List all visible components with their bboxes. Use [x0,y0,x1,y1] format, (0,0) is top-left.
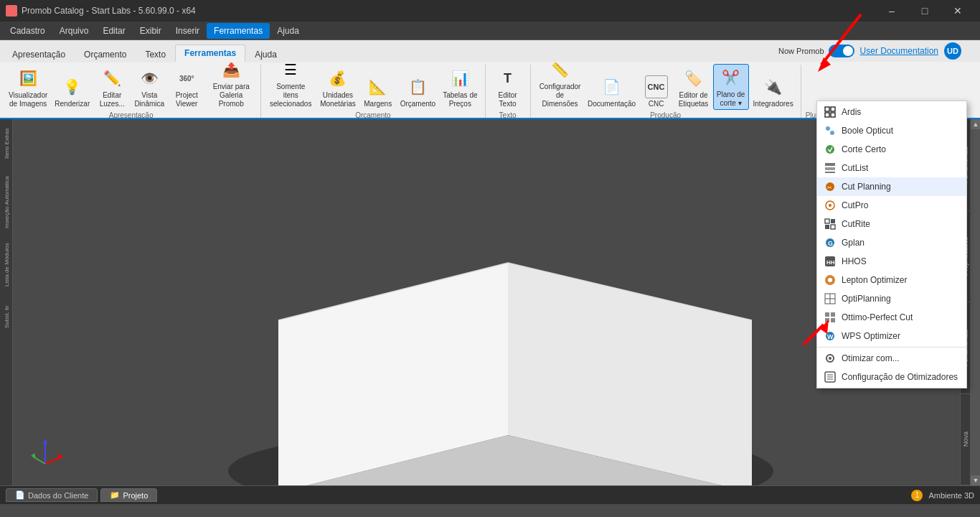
ud-badge[interactable]: UD [944,42,961,60]
svg-marker-9 [43,439,47,444]
tab-projeto[interactable]: 📁 Projeto [100,488,157,502]
btn-enviar-galeria[interactable]: 📤 Enviar paraGaleria Promob [206,62,256,110]
configurador-dimensoes-label: Configurador deDimensões [538,83,583,108]
dd-optiplanning[interactable]: OptiPlanning [817,289,966,308]
scroll-down-btn[interactable]: ▼ [971,475,980,485]
btn-cnc[interactable]: CNC CNC [639,74,674,110]
wps-optimizer-icon: W [824,330,836,342]
tab-texto[interactable]: Texto [136,46,175,62]
warning-badge[interactable]: 1 [911,490,923,501]
btn-configurador-dimensoes[interactable]: 📏 Configurador deDimensões [535,62,585,110]
dropdown-menu: Ardis Boole Opticut Corte Certo CutList … [816,101,967,388]
scroll-track[interactable] [971,129,980,475]
menu-cadastro[interactable]: Cadastro [3,23,52,39]
renderizar-label: Renderizar [55,100,90,108]
svg-point-48 [829,357,831,360]
btn-editor-texto[interactable]: T EditorTexto [490,65,526,110]
menu-inserir[interactable]: Inserir [169,23,207,39]
dd-otimizar-com[interactable]: Otimizar com... [817,349,966,368]
btn-tabelas-precos[interactable]: 📊 Tabelas dePreços [440,65,480,110]
tabelas-precos-icon: 📊 [448,67,471,90]
tab-ferramentas[interactable]: Ferramentas [175,45,245,62]
btn-orcamento[interactable]: 📋 Orçamento [397,74,438,110]
lt-btn-itens-extras[interactable]: Itens Extras [1,122,12,165]
btn-somente-itens[interactable]: ☰ Somente itensselecionados [265,62,316,110]
cutpro-icon [824,200,836,211]
otimizar-com-icon [824,353,836,364]
dd-ardis[interactable]: Ardis [817,103,966,121]
dropdown-divider [817,347,966,348]
svg-text:W: W [827,333,834,340]
menu-arquivo[interactable]: Arquivo [52,23,96,39]
grupo-orcamento-label: Orçamento [355,111,390,118]
svg-text:✂: ✂ [827,185,832,191]
dd-cutpro[interactable]: CutPro [817,196,966,215]
cnc-label: CNC [649,100,664,108]
svg-rect-41 [825,312,829,317]
scroll-up-btn[interactable]: ▲ [971,119,980,129]
dd-hhos[interactable]: HH HHOS [817,252,966,271]
svg-rect-22 [825,167,835,170]
menu-editar[interactable]: Editar [95,23,132,39]
btn-editar-luzes[interactable]: ✏️ EditarLuzes... [94,65,130,110]
tab-orcamento[interactable]: Orçamento [75,46,136,62]
statusbar-right: 1 Ambiente 3D [911,490,974,501]
btn-integradores[interactable]: 🔌 Integradores [750,74,796,110]
corte-certo-label: Corte Certo [842,144,886,154]
btn-margens[interactable]: 📐 Margens [360,74,396,110]
tab-ajuda[interactable]: Ajuda [245,46,286,62]
btn-documentacao[interactable]: 📄 Documentação [587,74,637,110]
lt-btn-lista-modulos[interactable]: Lista de Módulos [1,240,12,290]
integradores-label: Integradores [753,100,793,108]
dd-boole-opticut[interactable]: Boole Opticut [817,121,966,140]
menu-ajuda[interactable]: Ajuda [270,23,306,39]
dd-cut-planning[interactable]: ✂ Cut Planning [817,177,966,196]
boole-opticut-label: Boole Opticut [842,126,893,136]
dd-cutlist[interactable]: CutList [817,159,966,177]
dd-configuracao-otimizadores[interactable]: Configuração de Otimizadores [817,368,966,386]
tab-dados-cliente[interactable]: 📄 Dados do Cliente [6,488,98,502]
dd-corte-certo[interactable]: Corte Certo [817,140,966,159]
ribbon-top-right: Now Promob User Documentation UD [773,40,967,62]
axis-indicator [27,435,63,471]
visualizador-icon: 🖼️ [17,67,39,90]
orcamento-buttons: ☰ Somente itensselecionados 💰 UnidadesMo… [265,62,480,110]
maximize-button[interactable]: □ [908,0,941,22]
user-documentation-link[interactable]: User Documentation [860,46,938,56]
close-button[interactable]: ✕ [941,0,974,22]
ribbon-group-orcamento: ☰ Somente itensselecionados 💰 UnidadesMo… [261,65,485,118]
menu-ferramentas[interactable]: Ferramentas [207,23,270,39]
vertical-scrollbar[interactable]: ▲ ▼ [970,119,980,485]
btn-plano-corte[interactable]: ✂️ Plano decorte ▾ [713,64,749,110]
menu-exibir[interactable]: Exibir [133,23,169,39]
btn-renderizar[interactable]: 💡 Renderizar [52,74,93,110]
btn-editor-etiquetas[interactable]: 🏷️ Editor deEtiquetas [676,65,712,110]
btn-vista-dinamica[interactable]: 👁️ VistaDinâmica [131,65,167,110]
dados-cliente-label: Dados do Cliente [28,491,88,500]
plano-corte-label: Plano decorte ▾ [717,90,745,108]
rl-nova[interactable]: Nova [961,394,970,486]
btn-visualizador-imagens[interactable]: 🖼️ Visualizadorde Imagens [6,65,50,110]
lt-btn-insercao[interactable]: Inserção Automática [1,174,12,231]
lt-btn-subst[interactable]: Subst. tir [1,299,12,335]
menubar: Cadastro Arquivo Editar Exibir Inserir F… [0,22,980,40]
btn-unidades-monetarias[interactable]: 💰 UnidadesMonetárias [317,65,358,110]
tab-apresentacao[interactable]: Apresentação [3,46,75,62]
dd-ottimo[interactable]: Ottimo-Perfect Cut [817,308,966,327]
dd-wps-optimizer[interactable]: W WPS Optimizer [817,327,966,345]
wps-optimizer-label: WPS Optimizer [842,331,900,341]
ribbon-group-producao: 📏 Configurador deDimensões 📄 Documentaçã… [531,65,801,118]
dd-lepton-optimizer[interactable]: Lepton Optimizer [817,271,966,289]
visualizador-label: Visualizadorde Imagens [9,91,47,108]
dd-cutrite[interactable]: CutRite [817,215,966,233]
app-icon [6,5,17,17]
dados-cliente-icon: 📄 [15,490,25,500]
dd-gplan[interactable]: G Gplan [817,233,966,252]
minimize-button[interactable]: – [875,0,908,22]
btn-project-viewer[interactable]: 360° ProjectViewer [169,65,204,110]
svg-rect-15 [831,107,835,111]
grupo-texto-label: Texto [499,111,517,118]
svg-line-12 [33,457,45,464]
now-promob-toggle[interactable] [829,45,854,57]
gplan-label: Gplan [842,238,864,248]
